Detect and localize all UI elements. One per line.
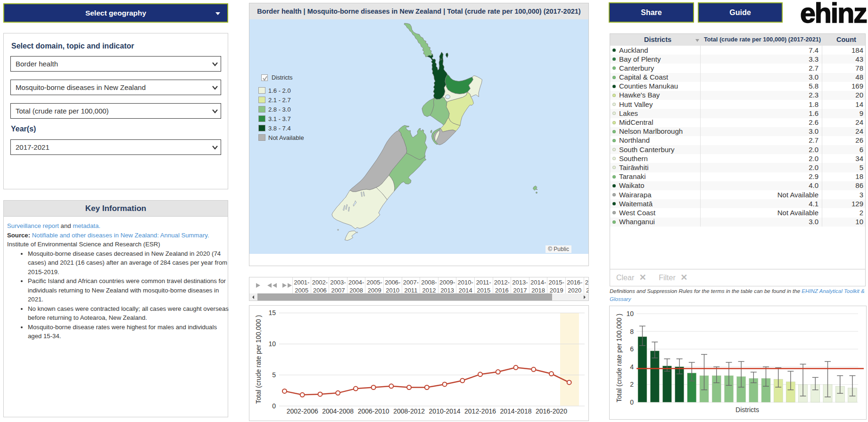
svg-text:8: 8 (630, 328, 634, 335)
svg-text:2006-2010: 2006-2010 (358, 407, 389, 415)
svg-text:4: 4 (630, 363, 634, 371)
svg-text:2010-2014: 2010-2014 (429, 407, 461, 415)
svg-text:2002-2006: 2002-2006 (287, 407, 318, 415)
svg-text:Total (crude rate per 100,000: Total (crude rate per 100,000 ) (615, 314, 623, 402)
svg-text:15: 15 (268, 309, 276, 316)
svg-text:2004-2008: 2004-2008 (322, 407, 354, 415)
svg-text:6: 6 (630, 345, 634, 353)
svg-text:2: 2 (630, 381, 634, 388)
svg-text:2012-2016: 2012-2016 (464, 407, 496, 415)
svg-text:Districts: Districts (736, 406, 759, 414)
svg-text:2016-2020: 2016-2020 (536, 407, 567, 415)
svg-text:2014-2018: 2014-2018 (500, 407, 532, 415)
svg-text:2008-2012: 2008-2012 (393, 407, 425, 415)
svg-text:Total (crude rate per 100,000: Total (crude rate per 100,000 ) (255, 315, 262, 404)
svg-text:0: 0 (630, 398, 634, 406)
svg-text:10: 10 (268, 340, 276, 348)
svg-text:5: 5 (272, 371, 276, 379)
svg-text:10: 10 (626, 310, 634, 317)
svg-text:0: 0 (272, 402, 276, 410)
